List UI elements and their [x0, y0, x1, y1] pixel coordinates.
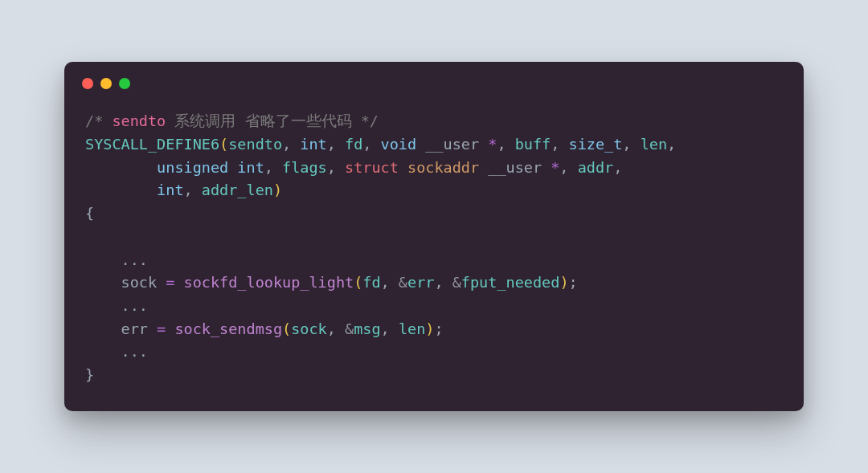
user-annotation: __user	[425, 136, 479, 153]
ampersand: &	[399, 274, 407, 291]
comma: ,	[622, 136, 640, 153]
comma: ,	[434, 274, 452, 291]
paren-open: (	[219, 136, 228, 153]
comma: ,	[184, 181, 202, 198]
arg-msg: msg	[354, 320, 380, 337]
code-window: /* sendto 系统调用 省略了一些代码 */ SYSCALL_DEFINE…	[64, 62, 804, 410]
comma: ,	[497, 136, 514, 153]
param-flags: flags	[282, 159, 327, 176]
comma: ,	[381, 320, 399, 337]
paren-open: (	[354, 274, 362, 291]
keyword-struct: struct	[345, 159, 399, 176]
minimize-icon[interactable]	[100, 78, 112, 89]
close-icon[interactable]	[82, 78, 93, 89]
comma: ,	[327, 136, 345, 153]
ellipsis-line: ...	[85, 251, 148, 268]
assign-lhs: err	[85, 320, 157, 337]
type-sizet: size_t	[569, 136, 623, 153]
type-unsigned-int: unsigned int	[157, 159, 264, 176]
comment-text: 系统调用 省略了一些代码 */	[166, 112, 379, 129]
comma: ,	[362, 136, 380, 153]
arg-fput-needed: fput_needed	[461, 274, 560, 291]
syscall-name: sendto	[228, 136, 282, 153]
comma: ,	[381, 274, 399, 291]
space	[479, 159, 488, 176]
arg-fd: fd	[362, 274, 380, 291]
comment-open: /*	[85, 112, 112, 129]
paren-close: )	[559, 274, 568, 291]
comma: ,	[327, 159, 345, 176]
comment-line: /* sendto 系统调用 省略了一些代码 */	[85, 112, 379, 129]
ampersand: &	[345, 320, 354, 337]
fn-sockfd-lookup-light: sockfd_lookup_light	[184, 274, 354, 291]
comma: ,	[559, 159, 577, 176]
semicolon: ;	[569, 274, 578, 291]
ellipsis-line: ...	[85, 297, 148, 314]
comma: ,	[667, 136, 676, 153]
space	[166, 320, 174, 337]
comma: ,	[613, 159, 622, 176]
comma: ,	[282, 136, 300, 153]
space	[399, 159, 407, 176]
pointer-star: *	[551, 159, 559, 176]
paren-open: (	[282, 320, 291, 337]
space	[542, 159, 551, 176]
param-len: len	[641, 136, 667, 153]
type-int: int	[300, 136, 326, 153]
space	[174, 274, 183, 291]
equals: =	[157, 320, 166, 337]
brace-open: {	[85, 205, 94, 222]
arg-sock: sock	[291, 320, 327, 337]
space	[416, 136, 425, 153]
comma: ,	[551, 136, 568, 153]
type-void: void	[381, 136, 417, 153]
param-addr: addr	[578, 159, 614, 176]
assign-lhs: sock	[85, 274, 166, 291]
paren-close: )	[425, 320, 434, 337]
param-addrlen: addr_len	[202, 181, 273, 198]
semicolon: ;	[434, 320, 443, 337]
param-fd: fd	[345, 136, 362, 153]
fn-sock-sendmsg: sock_sendmsg	[174, 320, 282, 337]
brace-close: }	[85, 366, 94, 383]
param-buff: buff	[515, 136, 551, 153]
type-sockaddr: sockaddr	[407, 159, 479, 176]
paren-close: )	[273, 181, 282, 198]
macro-name: SYSCALL_DEFINE6	[85, 136, 219, 153]
code-block: /* sendto 系统调用 省略了一些代码 */ SYSCALL_DEFINE…	[64, 96, 804, 391]
window-controls	[64, 62, 804, 96]
arg-err: err	[407, 274, 434, 291]
pointer-star: *	[488, 136, 497, 153]
space	[479, 136, 488, 153]
comment-keyword: sendto	[112, 112, 166, 129]
ampersand: &	[452, 274, 461, 291]
type-int: int	[157, 181, 183, 198]
equals: =	[166, 274, 174, 291]
user-annotation: __user	[488, 159, 542, 176]
ellipsis-line: ...	[85, 343, 148, 360]
arg-len: len	[399, 320, 425, 337]
indent	[85, 181, 157, 198]
zoom-icon[interactable]	[119, 78, 130, 89]
comma: ,	[327, 320, 345, 337]
comma: ,	[264, 159, 282, 176]
indent	[85, 159, 157, 176]
